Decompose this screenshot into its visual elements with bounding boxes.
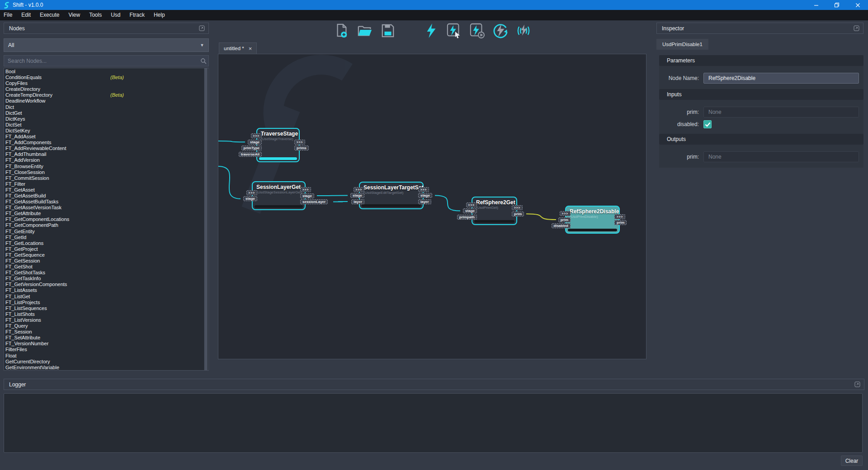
node-type-item[interactable]: FT_Session: [5, 329, 208, 335]
node-type-item[interactable]: FT_GetProject: [5, 246, 208, 252]
node-type-item[interactable]: FT_GetSession: [5, 258, 208, 264]
node-type-item[interactable]: FT_AddReviewableContent: [5, 146, 208, 151]
graph-node-SessionLayerTargetSet[interactable]: SessionLayerTargetSet(UsdStageEditTarget…: [359, 182, 424, 209]
open-scene-button[interactable]: [357, 23, 373, 39]
output-port-stage[interactable]: stage: [300, 193, 314, 198]
output-port-stage[interactable]: stage: [418, 193, 432, 198]
node-type-item[interactable]: FT_GetAttribute: [5, 211, 208, 216]
menu-usd[interactable]: Usd: [106, 10, 125, 20]
node-type-item[interactable]: FT_ListProjects: [5, 300, 208, 306]
node-type-item[interactable]: FT_GetVersionComponents: [5, 282, 208, 287]
node-type-item[interactable]: FT_AddAsset: [5, 134, 208, 140]
node-type-item[interactable]: CreateTempDirectory(Beta): [5, 92, 208, 98]
input-port-stage[interactable]: stage: [463, 208, 477, 213]
graph-node-SessionLayerGet[interactable]: SessionLayerGet(UsdStageSessionLayerGet): [252, 181, 306, 210]
node-type-item[interactable]: FT_GetShotTasks: [5, 270, 208, 276]
node-type-item[interactable]: DeadlineWorkflow: [5, 98, 208, 104]
node-type-item[interactable]: DictSetKey: [5, 128, 208, 134]
node-type-item[interactable]: FT_AddThumbnail: [5, 151, 208, 157]
node-type-item[interactable]: Dict: [5, 104, 208, 110]
execute-selected-button[interactable]: [446, 23, 462, 39]
popout-icon[interactable]: [199, 25, 205, 31]
node-graph-canvas[interactable]: TraverseStage(UsdStageTraverse)>>>stagep…: [218, 54, 646, 359]
node-type-item[interactable]: FT_GetAssetBuildTasks: [5, 199, 208, 205]
node-type-item[interactable]: CopyFiles: [5, 80, 208, 86]
search-input[interactable]: [4, 58, 198, 64]
input-port-traverseAll[interactable]: traverseAll: [239, 152, 262, 157]
menu-help[interactable]: Help: [149, 10, 170, 20]
restore-button[interactable]: [826, 0, 847, 10]
node-type-item[interactable]: FT_CloseSession: [5, 169, 208, 175]
node-type-item[interactable]: FT_GetShot: [5, 264, 208, 270]
inspector-node-tab[interactable]: UsdPrimDisable1: [656, 39, 708, 50]
node-type-item[interactable]: FT_Filter: [5, 181, 208, 187]
logger-output[interactable]: [4, 393, 863, 453]
node-type-item[interactable]: GetEnvironmentVariable: [5, 365, 208, 371]
node-type-item[interactable]: FT_BrowseEntity: [5, 164, 208, 169]
graph-node-TraverseStage[interactable]: TraverseStage(UsdStageTraverse): [256, 128, 300, 162]
close-button[interactable]: [847, 0, 868, 10]
node-type-item[interactable]: Bool: [5, 69, 208, 75]
execute-graph-button[interactable]: [423, 23, 439, 39]
input-port-prim[interactable]: prim: [558, 217, 571, 222]
tab-close-icon[interactable]: ×: [249, 46, 252, 51]
input-port-stage[interactable]: stage: [248, 140, 262, 145]
node-type-item[interactable]: FilterFiles: [5, 347, 208, 352]
soft-execution-button[interactable]: [492, 23, 509, 39]
input-port-layer[interactable]: layer: [351, 199, 364, 204]
menu-ftrack[interactable]: Ftrack: [125, 10, 149, 20]
node-type-item[interactable]: FT_SetAttribute: [5, 335, 208, 341]
menu-view[interactable]: View: [64, 10, 85, 20]
node-type-item[interactable]: FT_ListAssets: [5, 287, 208, 293]
node-type-item[interactable]: FT_VersionNumber: [5, 341, 208, 347]
input-port-primpath[interactable]: primpath: [457, 215, 477, 220]
node-type-item[interactable]: DictSet: [5, 122, 208, 128]
node-type-item[interactable]: FT_GetSequence: [5, 252, 208, 258]
new-scene-button[interactable]: [334, 23, 350, 39]
node-type-item[interactable]: FT_CommitSession: [5, 175, 208, 181]
input-port-disabled[interactable]: disabled: [552, 223, 571, 228]
menu-tools[interactable]: Tools: [85, 10, 106, 20]
node-type-item[interactable]: FT_AddComponents: [5, 140, 208, 146]
node-type-item[interactable]: Float: [5, 353, 208, 359]
node-type-item[interactable]: FT_GetTaskInfo: [5, 276, 208, 282]
input-port-stage[interactable]: stage: [243, 196, 257, 201]
node-type-item[interactable]: GetCurrentDirectory: [5, 359, 208, 365]
save-scene-button[interactable]: [380, 23, 396, 39]
menu-edit[interactable]: Edit: [17, 10, 35, 20]
node-type-item[interactable]: FT_AddVersion: [5, 157, 208, 163]
output-port-prims[interactable]: prims: [294, 146, 309, 150]
disabled-checkbox[interactable]: [703, 120, 712, 128]
minimize-button[interactable]: [806, 0, 826, 10]
clear-logger-button[interactable]: Clear: [841, 456, 863, 466]
node-type-item[interactable]: FT_GetComponentLocations: [5, 216, 208, 222]
output-port-layer[interactable]: layer: [418, 199, 431, 204]
node-type-item[interactable]: FT_GetAssetVersionTask: [5, 205, 208, 211]
node-type-item[interactable]: FT_GetId: [5, 235, 208, 240]
node-type-item[interactable]: FT_GetAsset: [5, 187, 208, 193]
node-type-item[interactable]: FT_GetComponentPath: [5, 222, 208, 228]
input-prim-field[interactable]: None: [703, 107, 859, 118]
node-type-item[interactable]: ConditionEquals(Beta): [5, 75, 208, 80]
node-type-item[interactable]: FT_GetEntity: [5, 229, 208, 235]
node-type-item[interactable]: FT_ListGet: [5, 294, 208, 300]
execute-from-selected-button[interactable]: [469, 23, 486, 39]
menu-execute[interactable]: Execute: [35, 10, 64, 20]
node-type-item[interactable]: FT_GetAssetBuild: [5, 193, 208, 199]
node-type-item[interactable]: FT_Query: [5, 323, 208, 329]
output-port-sessionLayer[interactable]: sessionLayer: [300, 199, 328, 204]
node-name-field[interactable]: RefSphere2Disable: [703, 73, 859, 84]
menu-file[interactable]: File: [0, 10, 17, 20]
output-port-prim[interactable]: prim: [614, 220, 627, 225]
input-port-stage[interactable]: stage: [350, 193, 364, 198]
graph-node-RefSphere2Disable[interactable]: RefSphere2Disable(UsdPrimDisable): [565, 206, 620, 234]
node-type-item[interactable]: FT_ListVersions: [5, 317, 208, 323]
node-list-scrollbar[interactable]: [204, 68, 208, 370]
node-type-item[interactable]: DictGet: [5, 110, 208, 116]
node-type-item[interactable]: FT_ListSequences: [5, 306, 208, 311]
node-type-item[interactable]: FT_GetLocations: [5, 240, 208, 246]
output-port-prim[interactable]: prim: [512, 212, 524, 216]
node-category-dropdown[interactable]: All ▼: [4, 38, 209, 52]
live-execution-button[interactable]: [515, 23, 532, 39]
node-type-item[interactable]: DictKeys: [5, 116, 208, 122]
